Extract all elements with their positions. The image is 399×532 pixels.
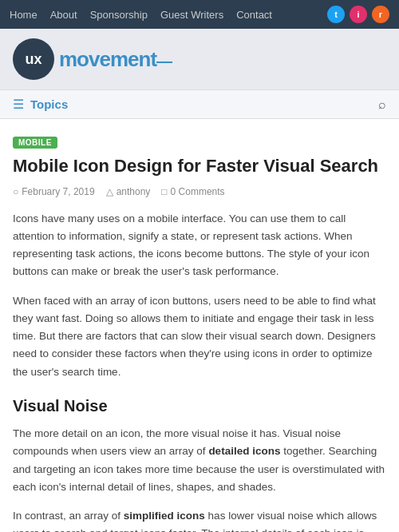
paragraph-2: When faced with an array of icon buttons…	[13, 292, 386, 381]
meta-comments: □ 0 Comments	[161, 186, 224, 197]
instagram-icon[interactable]: i	[350, 6, 367, 23]
paragraph-3: The more detail on an icon, the more vis…	[13, 425, 386, 496]
nav-about[interactable]: About	[50, 9, 77, 21]
category-badge: MOBILE	[13, 137, 57, 149]
logo-circle: ux	[13, 38, 54, 80]
paragraph-1: Icons have many uses on a mobile interfa…	[13, 210, 386, 281]
article-meta: ○ February 7, 2019 △ anthony □ 0 Comment…	[13, 186, 386, 197]
twitter-icon[interactable]: t	[327, 6, 345, 23]
meta-date: ○ February 7, 2019	[13, 186, 95, 197]
nav-links: Home About Sponsorship Guest Writers Con…	[10, 9, 272, 21]
nav-social: t i r	[327, 6, 389, 23]
logo-dash: —	[156, 52, 172, 69]
hamburger-icon: ☰	[13, 97, 24, 112]
article-body: Icons have many uses on a mobile interfa…	[13, 210, 386, 532]
topics-toggle[interactable]: ☰ Topics	[13, 97, 68, 112]
nav-guest-writers[interactable]: Guest Writers	[160, 9, 223, 21]
nav-sponsorship[interactable]: Sponsorship	[90, 9, 148, 21]
logo-brand[interactable]: movement—	[59, 47, 172, 72]
logo-bar: ux movement—	[0, 29, 399, 89]
section-heading-visual-noise: Visual Noise	[13, 397, 386, 415]
rss-icon[interactable]: r	[372, 6, 389, 23]
nav-home[interactable]: Home	[10, 9, 38, 21]
person-icon: △	[106, 186, 113, 197]
article-content: MOBILE Mobile Icon Design for Faster Vis…	[0, 119, 399, 532]
clock-icon: ○	[13, 186, 18, 197]
topics-bar: ☰ Topics ⌕	[0, 89, 399, 119]
nav-contact[interactable]: Contact	[236, 9, 272, 21]
search-button[interactable]: ⌕	[378, 97, 386, 112]
paragraph-4: In contrast, an array of simplified icon…	[13, 507, 386, 532]
meta-author: △ anthony	[106, 186, 151, 197]
topics-label: Topics	[30, 97, 68, 111]
comment-icon: □	[161, 186, 167, 197]
article-title: Mobile Icon Design for Faster Visual Sea…	[13, 155, 386, 178]
navigation: Home About Sponsorship Guest Writers Con…	[0, 0, 399, 29]
